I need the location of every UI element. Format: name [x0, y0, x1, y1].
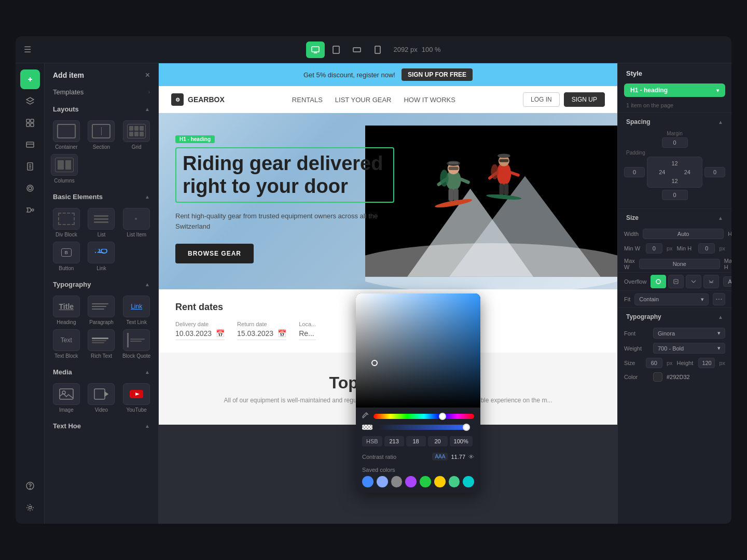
typography-grid: Title Heading Paragraph: [45, 291, 158, 363]
min-h-input[interactable]: [698, 243, 715, 254]
weight-dropdown[interactable]: 700 - Bold ▾: [653, 343, 725, 354]
typo-text-link[interactable]: Link Text Link: [121, 296, 152, 325]
svg-rect-38: [448, 162, 458, 164]
color-gradient[interactable]: [356, 293, 480, 408]
typography-section-header[interactable]: Typography ▲: [45, 275, 158, 291]
overflow-scroll-btn[interactable]: [686, 275, 701, 288]
layout-section[interactable]: Section: [86, 120, 117, 150]
media-section-header[interactable]: Media ▲: [45, 363, 158, 379]
swatch-8[interactable]: [463, 476, 474, 487]
min-w-input[interactable]: [646, 243, 662, 254]
hue-slider[interactable]: [374, 414, 474, 419]
components-icon[interactable]: [20, 113, 40, 133]
signup-btn[interactable]: SIGN UP: [564, 92, 605, 107]
rich-text-label: Rich Text: [91, 353, 112, 359]
style-dropdown[interactable]: H1 - heading ▾: [624, 83, 725, 97]
swatch-1[interactable]: [362, 476, 374, 487]
alpha-input[interactable]: [450, 436, 473, 446]
site-nav-actions: LOG IN SIGN UP: [523, 92, 605, 107]
brightness-input[interactable]: [428, 436, 448, 446]
media-image[interactable]: Image: [51, 383, 82, 413]
saturation-input[interactable]: [406, 436, 426, 446]
hero-heading[interactable]: Riding gear delivered right to your door: [175, 147, 394, 203]
typo-text-block[interactable]: Text Text Block: [51, 329, 82, 359]
basic-elements-section-header[interactable]: Basic Elements ▲: [45, 188, 158, 204]
hue-input[interactable]: [384, 436, 404, 446]
swatch-3[interactable]: [391, 476, 403, 487]
swatch-7[interactable]: [449, 476, 460, 487]
nav-link-how[interactable]: HOW IT WORKS: [404, 96, 455, 104]
alpha-slider[interactable]: [377, 425, 470, 430]
browse-btn[interactable]: BROWSE GEAR: [175, 244, 254, 263]
element-list[interactable]: List: [86, 208, 117, 237]
logic-icon[interactable]: [20, 200, 40, 220]
svg-rect-3: [353, 48, 361, 52]
padding-left-input[interactable]: [624, 167, 645, 177]
overflow-visible-btn[interactable]: [651, 275, 666, 288]
return-value[interactable]: 15.03.2023 📅: [237, 329, 286, 340]
element-div-block[interactable]: Div Block: [51, 208, 82, 237]
element-list-item[interactable]: List Item: [121, 208, 152, 237]
fit-dropdown[interactable]: Contain ▾: [634, 293, 709, 305]
font-dropdown[interactable]: Ginora ▾: [653, 328, 725, 339]
element-link[interactable]: Link: [86, 242, 117, 271]
help-icon[interactable]: [20, 476, 40, 496]
layouts-section-header[interactable]: Layouts ▲: [45, 100, 158, 116]
panel-close-btn[interactable]: ×: [145, 71, 150, 80]
spacing-section-header[interactable]: Spacing ▲: [618, 113, 731, 131]
mobile-portrait-btn[interactable]: [368, 41, 387, 58]
tablet-view-btn[interactable]: [327, 41, 345, 58]
layout-grid[interactable]: Grid: [121, 120, 152, 150]
eyedropper-btn[interactable]: [362, 412, 369, 421]
swatch-4[interactable]: [405, 476, 417, 487]
cms-icon[interactable]: [20, 135, 40, 155]
assets-icon[interactable]: [20, 178, 40, 198]
color-mode-btn[interactable]: HSB: [362, 436, 382, 446]
nav-link-rentals[interactable]: RENTALS: [292, 96, 323, 104]
height-font-input[interactable]: [698, 358, 715, 368]
max-w-input[interactable]: [639, 259, 720, 269]
templates-item[interactable]: Templates ›: [45, 84, 158, 100]
layout-container[interactable]: Container: [51, 120, 82, 150]
margin-bottom-input[interactable]: [662, 190, 688, 200]
overflow-hidden-btn[interactable]: [668, 275, 684, 288]
size-font-label: Size: [624, 360, 642, 366]
location-value[interactable]: Re...: [299, 329, 316, 340]
site-nav-links: RENTALS LIST YOUR GEAR HOW IT WORKS: [292, 96, 455, 104]
add-icon[interactable]: [20, 69, 40, 89]
right-panel: Style H1 - heading ▾ 1 item on the page …: [617, 63, 731, 524]
typo-block-quote[interactable]: Block Quote: [121, 329, 152, 359]
width-input[interactable]: [643, 229, 724, 239]
element-button[interactable]: B Button: [51, 242, 82, 271]
typo-heading[interactable]: Title Heading: [51, 296, 82, 325]
color-swatch[interactable]: [653, 372, 662, 382]
swatch-5[interactable]: [420, 476, 431, 487]
swatch-2[interactable]: [377, 476, 388, 487]
alpha-thumb: [463, 424, 470, 431]
fit-more-btn[interactable]: ···: [713, 293, 725, 305]
layout-columns[interactable]: Columns: [51, 154, 78, 184]
nav-link-list[interactable]: LIST YOUR GEAR: [335, 96, 392, 104]
typo-rich-text[interactable]: Rich Text: [86, 329, 117, 359]
media-video[interactable]: Video: [86, 383, 117, 413]
promo-btn[interactable]: SIGN UP FOR FREE: [402, 68, 473, 81]
size-section-header[interactable]: Size ▲: [618, 209, 731, 227]
text-hoe-section[interactable]: Text Hoe ▲: [45, 417, 158, 433]
menu-icon[interactable]: ☰: [24, 45, 31, 54]
layers-icon[interactable]: [20, 91, 40, 111]
add-item-title: Add item: [53, 71, 84, 79]
size-font-input[interactable]: [646, 358, 662, 368]
delivery-value[interactable]: 10.03.2023 📅: [175, 329, 225, 340]
pages-icon[interactable]: [20, 157, 40, 176]
media-youtube[interactable]: YouTube: [121, 383, 152, 413]
padding-right-input[interactable]: [704, 167, 725, 177]
margin-top-input[interactable]: [662, 137, 688, 148]
typo-paragraph[interactable]: Paragraph: [86, 296, 117, 325]
login-btn[interactable]: LOG IN: [523, 92, 560, 107]
swatch-6[interactable]: [434, 476, 446, 487]
settings-icon[interactable]: [20, 498, 40, 517]
overflow-auto-btn[interactable]: [703, 275, 719, 288]
mobile-landscape-btn[interactable]: [348, 41, 366, 58]
typography-rp-header[interactable]: Typography ▲: [618, 308, 731, 326]
desktop-view-btn[interactable]: [306, 41, 325, 58]
